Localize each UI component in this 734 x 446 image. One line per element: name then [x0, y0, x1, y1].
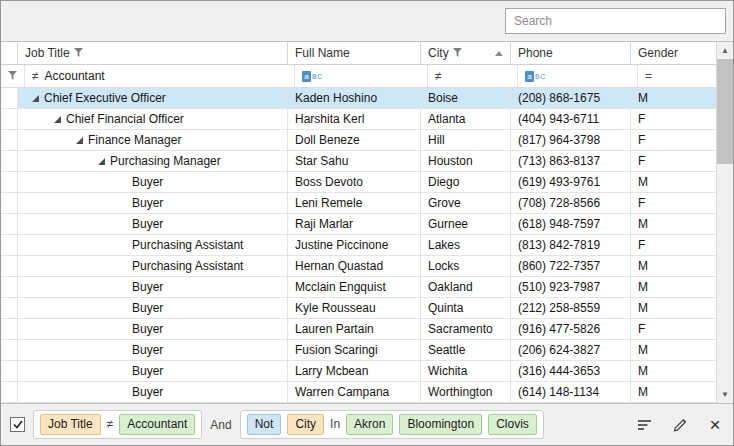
indent-spacer [18, 119, 48, 120]
indent-spacer [18, 266, 114, 267]
column-label: Job Title [25, 46, 70, 60]
filter-funnel-icon[interactable] [453, 46, 462, 60]
indent-spacer [18, 224, 114, 225]
job-title-cell: Chief Financial Officer [18, 109, 288, 129]
indent-spacer [18, 392, 114, 393]
row-indicator-cell [1, 382, 18, 402]
table-row[interactable]: Buyer Leni Remele Grove (708) 728-8566 F [1, 193, 716, 214]
column-header-gender[interactable]: Gender [631, 42, 716, 64]
city-cell: Locks [421, 256, 511, 276]
search-input[interactable] [505, 8, 726, 34]
filter-field-chip[interactable]: Job Title [40, 414, 101, 434]
job-title-cell-text: Buyer [132, 301, 163, 315]
phone-cell: (510) 923-7987 [511, 277, 631, 297]
expander-icon[interactable] [26, 95, 44, 102]
column-header-job-title[interactable]: Job Title [18, 42, 288, 64]
sort-ascending-icon [495, 51, 503, 56]
phone-cell: (916) 477-5826 [511, 319, 631, 339]
gender-cell: M [631, 277, 716, 297]
abc-edit-icon: aBC [302, 71, 323, 82]
filter-cell-city[interactable]: ≠ [428, 65, 518, 87]
table-row[interactable]: Chief Executive Officer Kaden Hoshino Bo… [1, 88, 716, 109]
row-indicator-cell [1, 256, 18, 276]
edit-filter-pencil-icon[interactable] [671, 416, 689, 434]
filter-operator[interactable]: In [330, 417, 340, 431]
job-title-cell: Purchasing Manager [18, 151, 288, 171]
filter-operator[interactable]: ≠ [107, 417, 114, 431]
expander-icon[interactable] [48, 116, 66, 123]
job-title-cell: Finance Manager [18, 130, 288, 150]
table-row[interactable]: Chief Financial Officer Harshita Kerl At… [1, 109, 716, 130]
indent-spacer [18, 140, 70, 141]
table-row[interactable]: Buyer Fusion Scaringi Seattle (206) 624-… [1, 340, 716, 361]
row-indicator-cell [1, 319, 18, 339]
indent-spacer [18, 245, 114, 246]
column-header-full-name[interactable]: Full Name [288, 42, 421, 64]
filter-value-chip[interactable]: Accountant [119, 414, 195, 434]
filter-enabled-checkbox[interactable] [10, 417, 25, 432]
scroll-up-button[interactable]: ▲ [717, 42, 733, 59]
table-row[interactable]: Finance Manager Doll Beneze Hill (817) 9… [1, 130, 716, 151]
gender-cell: F [631, 235, 716, 255]
filter-operator-icon[interactable]: = [645, 69, 652, 83]
expander-icon[interactable] [70, 137, 88, 144]
gender-cell: M [631, 298, 716, 318]
phone-cell: (618) 948-7597 [511, 214, 631, 234]
filter-cell-value: Accountant [45, 69, 105, 83]
city-cell: Lakes [421, 235, 511, 255]
job-title-cell-text: Finance Manager [88, 133, 181, 147]
auto-filter-row: ≠ Accountant aBC ≠ aBC = [1, 65, 716, 88]
phone-cell: (316) 444-3653 [511, 361, 631, 381]
table-row[interactable]: Buyer Lauren Partain Sacramento (916) 47… [1, 319, 716, 340]
filter-value-chip[interactable]: Akron [346, 414, 393, 434]
filter-menu-icon[interactable] [636, 416, 654, 434]
row-indicator-cell [1, 130, 18, 150]
table-row[interactable]: Buyer Kyle Rousseau Quinta (212) 258-855… [1, 298, 716, 319]
expander-icon[interactable] [92, 158, 110, 165]
column-label: Full Name [295, 46, 350, 60]
scrollbar-thumb[interactable] [717, 59, 733, 164]
gender-cell: M [631, 88, 716, 108]
job-title-cell-text: Buyer [132, 364, 163, 378]
column-header-row: Job Title Full Name City Phone [1, 42, 716, 65]
city-cell: Boise [421, 88, 511, 108]
filter-cell-phone[interactable]: aBC [518, 65, 638, 87]
column-header-phone[interactable]: Phone [511, 42, 631, 64]
job-title-cell-text: Chief Executive Officer [44, 91, 166, 105]
filter-funnel-icon[interactable] [74, 46, 83, 60]
table-row[interactable]: Purchasing Assistant Justine Piccinone L… [1, 235, 716, 256]
filter-cell-full-name[interactable]: aBC [295, 65, 428, 87]
gender-cell: F [631, 319, 716, 339]
header-indicator-cell [1, 42, 18, 64]
treelist-window: Job Title Full Name City Phone [0, 0, 734, 446]
city-cell: Atlanta [421, 109, 511, 129]
table-row[interactable]: Buyer Mcclain Engquist Oakland (510) 923… [1, 277, 716, 298]
gender-cell: M [631, 256, 716, 276]
city-cell: Grove [421, 193, 511, 213]
filter-cell-job-title[interactable]: ≠ Accountant [25, 65, 295, 87]
filter-not-chip[interactable]: Not [247, 414, 282, 434]
column-header-city[interactable]: City [421, 42, 511, 64]
filter-operator-icon[interactable]: ≠ [32, 69, 39, 83]
city-cell: Hill [421, 130, 511, 150]
table-row[interactable]: Buyer Raji Marlar Gurnee (618) 948-7597 … [1, 214, 716, 235]
row-indicator-cell [1, 214, 18, 234]
filter-value-chip[interactable]: Clovis [488, 414, 537, 434]
table-row[interactable]: Buyer Larry Mcbean Wichita (316) 444-365… [1, 361, 716, 382]
scroll-down-button[interactable]: ▼ [717, 386, 733, 403]
close-filter-panel-icon[interactable]: × [706, 416, 724, 434]
row-indicator-cell [1, 340, 18, 360]
filter-value-chip[interactable]: Bloomington [399, 414, 482, 434]
full-name-cell: Kaden Hoshino [288, 88, 421, 108]
filter-connector[interactable]: And [210, 418, 231, 432]
job-title-cell: Buyer [18, 277, 288, 297]
table-row[interactable]: Purchasing Manager Star Sahu Houston (71… [1, 151, 716, 172]
vertical-scrollbar[interactable]: ▲ ▼ [716, 42, 733, 403]
table-row[interactable]: Purchasing Assistant Hernan Quastad Lock… [1, 256, 716, 277]
table-row[interactable]: Buyer Boss Devoto Diego (619) 493-9761 M [1, 172, 716, 193]
filter-cell-gender[interactable]: = [638, 65, 716, 87]
row-indicator-cell [1, 151, 18, 171]
table-row[interactable]: Buyer Warren Campana Worthington (614) 1… [1, 382, 716, 403]
filter-operator-icon[interactable]: ≠ [435, 69, 442, 83]
filter-field-chip[interactable]: City [287, 414, 324, 434]
